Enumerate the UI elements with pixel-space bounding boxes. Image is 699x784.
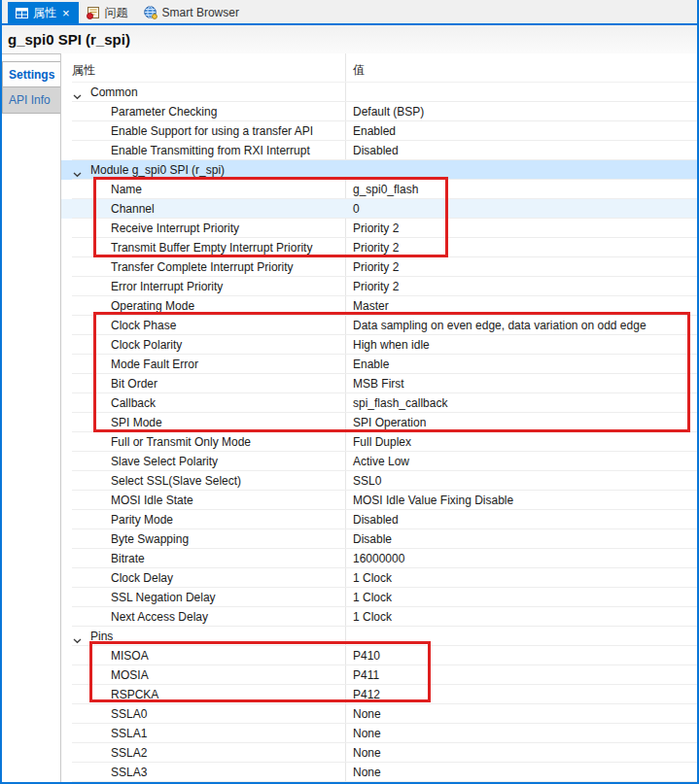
table-row[interactable]: Channel 0 [61,199,697,219]
property-name: Module g_spi0 SPI (r_spi) [90,163,225,177]
table-row[interactable]: Enable Support for using a transfer API … [61,121,697,141]
property-value: spi_flash_callback [353,396,447,410]
tab-smart-browser[interactable]: Smart Browser [136,2,247,23]
property-value: 1 Clock [353,591,392,604]
table-row[interactable]: MOSIA P411 [61,665,697,685]
property-value: Priority 2 [353,280,399,293]
table-row[interactable]: Parity Mode Disabled [61,510,697,529]
tab-problems-label: 问题 [105,5,128,21]
property-value: g_spi0_flash [353,183,418,196]
property-value: Priority 2 [353,260,399,274]
table-row[interactable]: Transfer Complete Interrupt Priority Pri… [61,257,697,277]
tab-problems[interactable]: 问题 [79,2,136,23]
table-row[interactable]: Name g_spi0_flash [61,180,697,199]
table-row[interactable]: SPI Mode SPI Operation [61,413,697,432]
sidebar: Settings API Info [2,53,60,782]
table-row[interactable]: Operating Mode Master [61,296,697,316]
property-value: Master [353,299,389,313]
table-row[interactable]: Bit Order MSB First [61,374,697,393]
view-title-bar: g_spi0 SPI (r_spi) [2,25,697,53]
property-value: None [353,727,381,740]
table-group-row[interactable]: Pins [61,627,697,646]
property-value: Enabled [353,124,396,138]
property-value: Data sampling on even edge, data variati… [353,319,647,332]
table-row[interactable]: Receive Interrupt Priority Priority 2 [61,219,697,238]
table-row[interactable]: RSPCKA P412 [61,685,697,704]
property-name: Mode Fault Error [111,358,198,371]
properties-view-window: 属性 × 问题 Smart Browser g_spi0 SPI (r_spi)… [0,0,699,784]
table-row[interactable]: Clock Polarity High when idle [61,335,697,355]
table-row[interactable]: SSLA1 None [61,724,697,743]
sidebar-tab-settings[interactable]: Settings [2,61,60,87]
property-value: P410 [353,649,380,663]
property-name: Receive Interrupt Priority [111,222,239,235]
table-row[interactable]: Next Access Delay 1 Clock [61,607,697,627]
property-name: Slave Select Polarity [111,455,218,468]
properties-table-icon [16,8,28,18]
property-name: Full or Transmit Only Mode [111,435,251,449]
property-name: Error Interrupt Priority [111,280,223,293]
table-row[interactable]: Select SSL(Slave Select) SSL0 [61,471,697,491]
property-value: SPI Operation [353,416,426,429]
tab-properties-label: 属性 [33,5,56,21]
property-value: 1 Clock [353,610,392,624]
value-column-header: 值 [353,62,365,79]
table-row[interactable]: SSLA0 None [61,704,697,724]
property-value: MSB First [353,377,404,391]
table-row[interactable]: MISOA P410 [61,646,697,665]
property-name: Bit Order [111,377,157,391]
table-header: 属性 值 [61,53,697,83]
property-name: SSLA0 [111,707,147,721]
property-name: Select SSL(Slave Select) [111,474,241,488]
sidebar-tab-api-info[interactable]: API Info [2,87,60,114]
problems-icon [87,7,100,19]
property-value: Default (BSP) [353,105,424,119]
table-row[interactable]: Mode Fault Error Enable [61,355,697,374]
property-name: MISOA [111,649,149,663]
property-value: Disable [353,532,392,546]
tab-properties[interactable]: 属性 × [8,2,79,23]
page-title: g_spi0 SPI (r_spi) [8,31,130,48]
property-name: Common [90,85,138,99]
chevron-down-icon[interactable] [73,167,82,181]
table-row[interactable]: SSLA2 None [61,743,697,763]
property-value: MOSI Idle Value Fixing Disable [353,494,513,507]
property-name: Next Access Delay [111,610,208,624]
property-name: Transfer Complete Interrupt Priority [111,260,294,274]
chevron-down-icon[interactable] [73,633,82,647]
property-value: Enable [353,358,389,371]
table-row[interactable]: Enable Transmitting from RXI Interrupt D… [61,141,697,160]
table-row[interactable]: Parameter Checking Default (BSP) [61,102,697,121]
property-name: Parameter Checking [111,105,217,119]
table-row[interactable]: Transmit Buffer Empty Interrupt Priority… [61,238,697,257]
property-value: Priority 2 [353,222,399,235]
property-value: P412 [353,688,380,701]
table-row[interactable]: Clock Delay 1 Clock [61,568,697,588]
table-row[interactable]: SSL Negation Delay 1 Clock [61,588,697,607]
property-name: Bitrate [111,552,145,565]
table-row[interactable]: Callback spi_flash_callback [61,393,697,413]
property-value: Full Duplex [353,435,411,449]
table-group-row[interactable]: Module g_spi0 SPI (r_spi) [61,160,697,180]
property-name: SSLA2 [111,746,147,760]
table-row[interactable]: MOSI Idle State MOSI Idle Value Fixing D… [61,491,697,510]
property-name: Clock Polarity [111,338,182,352]
property-value: SSL0 [353,474,381,488]
table-row[interactable]: Slave Select Polarity Active Low [61,452,697,471]
chevron-down-icon[interactable] [73,89,82,103]
property-value: Disabled [353,513,399,527]
property-value: None [353,707,381,721]
close-icon[interactable]: × [61,7,71,19]
table-row[interactable]: Error Interrupt Priority Priority 2 [61,277,697,296]
property-value: 1 Clock [353,571,392,585]
table-row[interactable]: Clock Phase Data sampling on even edge, … [61,316,697,335]
property-name: SSL Negation Delay [111,591,216,604]
property-value: None [353,746,381,760]
table-row[interactable]: Byte Swapping Disable [61,529,697,549]
table-row[interactable]: SSLA3 None [61,763,697,782]
tab-smart-browser-label: Smart Browser [162,6,239,19]
table-row[interactable]: Full or Transmit Only Mode Full Duplex [61,432,697,452]
table-row[interactable]: Bitrate 16000000 [61,549,697,568]
table-group-row[interactable]: Common [61,83,697,102]
property-value: None [353,766,381,779]
